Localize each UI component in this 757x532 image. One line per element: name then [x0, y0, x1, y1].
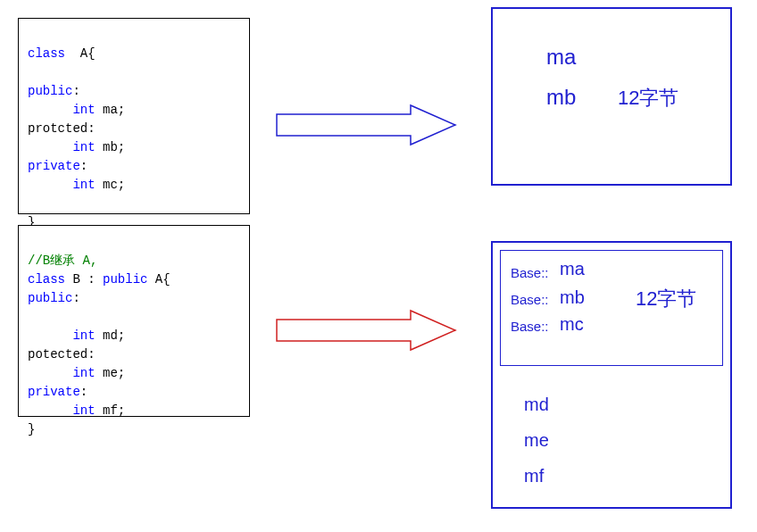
keyword-protected-typo: protcted:: [28, 121, 96, 136]
keyword-protected-typo: potected:: [28, 347, 96, 362]
keyword-class: class: [28, 272, 65, 287]
keyword-class: class: [28, 46, 65, 61]
keyword-private: private: [28, 159, 80, 173]
keyword-public: public: [28, 84, 72, 98]
field-mf: mf: [524, 466, 544, 486]
type-int: int: [28, 178, 96, 192]
keyword-public: public: [103, 272, 147, 287]
svg-marker-0: [277, 105, 455, 145]
base-prefix-mb: Base::: [511, 292, 549, 307]
memory-layout-b: Base:: ma Base:: mb Base:: mc 12字节 md me…: [491, 241, 732, 509]
field-ma: ma: [546, 45, 576, 70]
base-prefix-mc: Base::: [511, 319, 549, 334]
type-int: int: [28, 403, 96, 418]
base-prefix-ma: Base::: [511, 265, 549, 280]
size-label-a: 12字节: [618, 85, 678, 112]
type-int: int: [28, 103, 96, 117]
field-mb: mb: [546, 85, 576, 110]
field-base-mc: mc: [560, 314, 584, 335]
arrow-blue-icon: [268, 98, 464, 152]
field-base-ma: ma: [560, 259, 585, 279]
type-int: int: [28, 366, 96, 380]
memory-layout-a: ma mb 12字节: [491, 7, 732, 186]
field-me: me: [524, 430, 549, 451]
field-base-mb: mb: [560, 287, 585, 308]
size-label-b: 12字节: [636, 286, 696, 312]
comment-inherit: //B继承 A,: [28, 254, 97, 268]
code-box-class-b: //B继承 A, class B : public A{ public: int…: [18, 225, 250, 417]
type-int: int: [28, 140, 96, 154]
field-md: md: [524, 395, 549, 415]
keyword-public: public: [28, 291, 72, 305]
arrow-red-icon: [268, 303, 464, 357]
type-int: int: [28, 328, 96, 343]
svg-marker-1: [277, 311, 455, 350]
code-box-class-a: class A{ public: int ma; protcted: int m…: [18, 18, 250, 214]
keyword-private: private: [28, 385, 80, 399]
